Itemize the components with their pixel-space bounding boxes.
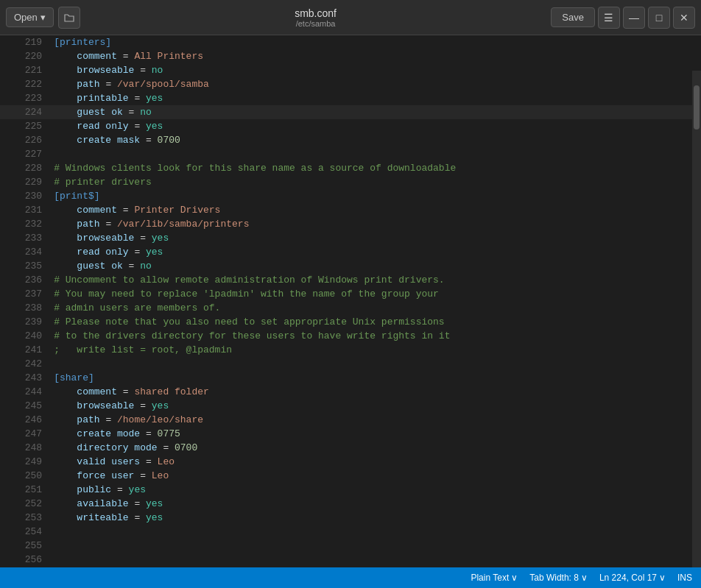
open-recent-button[interactable] [58,7,80,29]
table-row: 247 create mode = 0775 [0,427,701,441]
line-code: [share] [51,371,701,385]
table-row: 225 read only = yes [0,119,701,133]
line-code: path = /home/leo/share [51,413,701,427]
titlebar-left: Open ▾ [6,7,80,29]
table-row: 239# Please note that you also need to s… [0,315,701,329]
tab-width-chevron: ∨ [581,573,588,583]
line-code: guest ok = no [51,259,701,273]
line-code: ; write list = root, @lpadmin [51,343,701,357]
line-number: 250 [0,469,51,483]
line-number: 229 [0,175,51,189]
table-row: 231 comment = Printer Drivers [0,203,701,217]
line-number: 249 [0,455,51,469]
tab-width-label: Tab Width: 8 [529,573,579,583]
close-button[interactable]: ✕ [673,7,695,29]
maximize-button[interactable]: □ [648,7,670,29]
table-row: 220 comment = All Printers [0,49,701,63]
line-number: 241 [0,343,51,357]
table-row: 251 public = yes [0,483,701,497]
line-code: printable = yes [51,91,701,105]
line-code [51,539,701,553]
line-number: 252 [0,497,51,511]
line-code [51,357,701,371]
line-code: [print$] [51,189,701,203]
line-code: create mode = 0775 [51,427,701,441]
table-row: 228# Windows clients look for this share… [0,161,701,175]
line-number: 225 [0,119,51,133]
line-code: comment = shared folder [51,385,701,399]
line-code: force user = Leo [51,469,701,483]
titlebar-center: smb.conf /etc/samba [295,7,337,28]
cursor-chevron: ∨ [659,573,666,583]
ins-indicator[interactable]: INS [677,573,692,583]
line-number: 240 [0,329,51,343]
editor-area[interactable]: 219[printers]220 comment = All Printers2… [0,35,701,567]
line-number: 248 [0,441,51,455]
table-row: 237# You may need to replace 'lpadmin' w… [0,287,701,301]
line-code: # Uncomment to allow remote administrati… [51,273,701,287]
line-number: 227 [0,147,51,161]
line-code: read only = yes [51,245,701,259]
table-row: 254 [0,525,701,539]
line-number: 246 [0,413,51,427]
table-row: 236# Uncomment to allow remote administr… [0,273,701,287]
table-row: 221 browseable = no [0,63,701,77]
table-row: 224 guest ok = no [0,105,701,119]
table-row: 230[print$] [0,189,701,203]
folder-icon [63,12,75,24]
table-row: 245 browseable = yes [0,399,701,413]
line-code [51,525,701,539]
line-code: # Please note that you also need to set … [51,315,701,329]
table-row: 229# printer drivers [0,175,701,189]
table-row: 223 printable = yes [0,91,701,105]
code-table: 219[printers]220 comment = All Printers2… [0,35,701,567]
line-code: # to the drivers directory for these use… [51,329,701,343]
tab-width-selector[interactable]: Tab Width: 8 ∨ [529,573,588,583]
line-number: 235 [0,259,51,273]
statusbar-right: Plain Text ∨ Tab Width: 8 ∨ Ln 224, Col … [471,573,692,583]
line-number: 255 [0,539,51,553]
line-number: 242 [0,357,51,371]
ins-label: INS [677,573,692,583]
table-row: 234 read only = yes [0,245,701,259]
line-number: 245 [0,399,51,413]
line-code: comment = All Printers [51,49,701,63]
menu-button[interactable]: ☰ [598,7,620,29]
line-number: 223 [0,91,51,105]
code-content[interactable]: 219[printers]220 comment = All Printers2… [0,35,701,567]
plain-text-chevron: ∨ [511,573,518,583]
line-code: browseable = yes [51,231,701,245]
line-number: 244 [0,385,51,399]
table-row: 227 [0,147,701,161]
line-code: path = /var/lib/samba/printers [51,217,701,231]
save-button[interactable]: Save [551,7,595,27]
table-row: 226 create mask = 0700 [0,133,701,147]
line-number: 232 [0,217,51,231]
line-number: 228 [0,161,51,175]
line-code: # Windows clients look for this share na… [51,161,701,175]
line-number: 219 [0,35,51,49]
line-number: 220 [0,49,51,63]
plain-text-selector[interactable]: Plain Text ∨ [471,573,518,583]
table-row: 241; write list = root, @lpadmin [0,343,701,357]
open-button[interactable]: Open ▾ [6,7,54,27]
line-code: public = yes [51,483,701,497]
line-number: 236 [0,273,51,287]
line-code: valid users = Leo [51,455,701,469]
scrollbar-track[interactable] [692,71,701,567]
line-number: 251 [0,483,51,497]
line-code: # printer drivers [51,175,701,189]
line-number: 253 [0,511,51,525]
open-label: Open [14,12,38,23]
scrollbar-thumb[interactable] [694,85,700,130]
cursor-position[interactable]: Ln 224, Col 17 ∨ [599,573,666,583]
chevron-down-icon: ▾ [40,12,46,23]
table-row: 253 writeable = yes [0,511,701,525]
line-code: comment = Printer Drivers [51,203,701,217]
file-path: /etc/samba [295,19,337,28]
line-number: 222 [0,77,51,91]
table-row: 238# admin users are members of. [0,301,701,315]
minimize-button[interactable]: — [623,7,645,29]
line-number: 221 [0,63,51,77]
cursor-label: Ln 224, Col 17 [599,573,657,583]
